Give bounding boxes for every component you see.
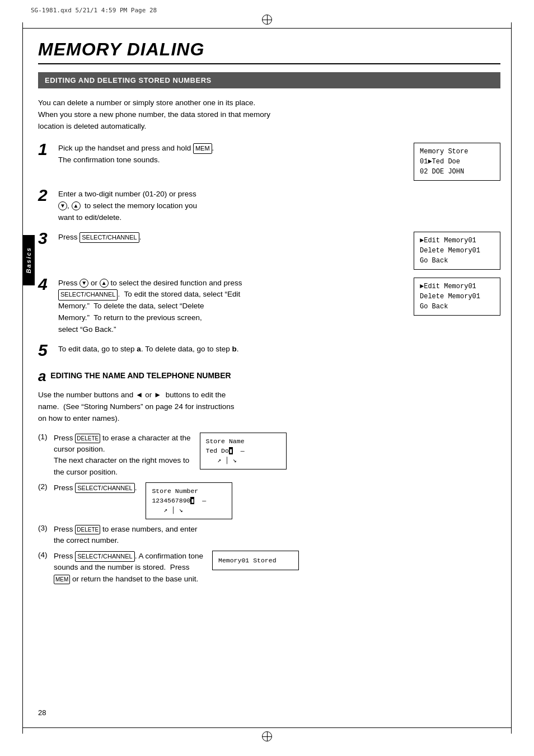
- header-info: SG-1981.qxd 5/21/1 4:59 PM Page 28: [31, 7, 157, 14]
- substep-4-num: (4): [38, 551, 54, 559]
- select-key-4: SELECT/CHANNEL: [58, 289, 118, 300]
- step-1-number: 1: [38, 141, 54, 158]
- step-4-content: Press ▼ or ▲ to select the desired funct…: [58, 278, 500, 336]
- sub-section-a-title: EDITING THE NAME AND TELEPHONE NUMBER: [50, 371, 231, 380]
- step-5-b: b: [232, 345, 237, 353]
- select-key-3: SELECT/CHANNEL: [79, 232, 139, 243]
- step-1-text: Pick up the handset and press and hold M…: [58, 143, 405, 166]
- page-number: 28: [38, 708, 46, 717]
- substep-1: (1) Press DELETE to erase a character at…: [38, 433, 500, 478]
- bottom-border: [22, 727, 512, 728]
- section-header: EDITING AND DELETING STORED NUMBERS: [38, 72, 500, 88]
- delete-key-1: DELETE: [75, 434, 100, 443]
- page-title: MEMORY DIALING: [38, 34, 500, 60]
- top-border: [22, 28, 512, 29]
- step-2-content: Enter a two-digit number (01-20) or pres…: [58, 189, 500, 224]
- sub-section-a-letter: a: [38, 368, 46, 384]
- substep-4-lcd: Memory01 Stored: [212, 551, 299, 570]
- substep-4: (4) Press SELECT/CHANNEL. A confirmation…: [38, 551, 500, 585]
- sub-section-a: a EDITING THE NAME AND TELEPHONE NUMBER …: [38, 368, 500, 585]
- substep-2: (2) Press SELECT/CHANNEL. Store Number 1…: [38, 482, 500, 519]
- substep-3-text: Press DELETE to erase numbers, and enter…: [54, 524, 500, 547]
- mem-key-s4: MEM: [54, 575, 70, 584]
- substep-3-num: (3): [38, 524, 54, 532]
- reg-mark-bottom: [262, 731, 272, 741]
- substep-3: (3) Press DELETE to erase numbers, and e…: [38, 524, 500, 547]
- title-underline: [38, 63, 500, 64]
- substep-2-lcd: Store Number 1234567890▮ — ↗ │ ↘: [146, 482, 232, 519]
- substep-1-num: (1): [38, 433, 54, 441]
- step-5-a: a: [137, 345, 141, 353]
- step-4-text: Press ▼ or ▲ to select the desired funct…: [58, 278, 405, 336]
- substep-2-text: Press SELECT/CHANNEL. Store Number 12345…: [54, 482, 500, 519]
- step-4-number: 4: [38, 276, 54, 293]
- step-4: 4 Press ▼ or ▲ to select the desired fun…: [38, 278, 500, 336]
- select-key-s2: SELECT/CHANNEL: [75, 483, 134, 494]
- sub-section-a-intro: Use the number buttons and ◄ or ► button…: [38, 389, 500, 425]
- right-border: [511, 22, 512, 734]
- step-2-number: 2: [38, 187, 54, 204]
- step-5-number: 5: [38, 342, 54, 359]
- step-3-text: Press SELECT/CHANNEL.: [58, 232, 405, 243]
- up-btn-2: ▲: [72, 201, 81, 210]
- up-btn-4: ▲: [100, 279, 109, 288]
- step-1-lcd: Memory Store 01►Ted Doe 02 DOE JOHN: [414, 143, 500, 181]
- step-3-lcd: ►Edit Memory01 Delete Memory01 Go Back: [414, 232, 500, 270]
- step-3: 3 Press SELECT/CHANNEL. ►Edit Memory01 D…: [38, 232, 500, 270]
- step-1: 1 Pick up the handset and press and hold…: [38, 143, 500, 181]
- mem-key-1: MEM: [193, 143, 212, 154]
- substep-2-num: (2): [38, 482, 54, 491]
- down-btn-2: ▼: [58, 201, 67, 210]
- left-border: [22, 22, 23, 734]
- select-key-s4: SELECT/CHANNEL: [75, 551, 134, 562]
- sidebar-label: Basics: [25, 247, 32, 273]
- step-3-content: Press SELECT/CHANNEL. ►Edit Memory01 Del…: [58, 232, 500, 270]
- step-4-lcd: ►Edit Memory01 Delete Memory01 Go Back: [414, 278, 500, 316]
- substep-1-body: Press DELETE to erase a character at the…: [54, 433, 191, 478]
- substep-1-lcd: Store Name Ted Do▮ — ↗ │ ↘: [200, 433, 287, 469]
- reg-mark-top: [262, 15, 272, 25]
- step-3-number: 3: [38, 230, 54, 247]
- substep-4-body: Press SELECT/CHANNEL. A confirmation ton…: [54, 551, 203, 585]
- down-btn-4: ▼: [79, 279, 88, 288]
- substep-2-body: Press SELECT/CHANNEL.: [54, 482, 137, 494]
- step-5: 5 To edit data, go to step a. To delete …: [38, 344, 500, 359]
- sub-section-a-header: a EDITING THE NAME AND TELEPHONE NUMBER: [38, 368, 500, 385]
- intro-text: You can delete a number or simply store …: [38, 97, 500, 133]
- step-2: 2 Enter a two-digit number (01-20) or pr…: [38, 189, 500, 224]
- step-5-content: To edit data, go to step a. To delete da…: [58, 344, 500, 355]
- delete-key-3: DELETE: [75, 525, 100, 534]
- step-1-content: Pick up the handset and press and hold M…: [58, 143, 500, 181]
- substep-4-text: Press SELECT/CHANNEL. A confirmation ton…: [54, 551, 500, 585]
- substep-1-text: Press DELETE to erase a character at the…: [54, 433, 500, 478]
- main-content: MEMORY DIALING EDITING AND DELETING STOR…: [38, 34, 500, 722]
